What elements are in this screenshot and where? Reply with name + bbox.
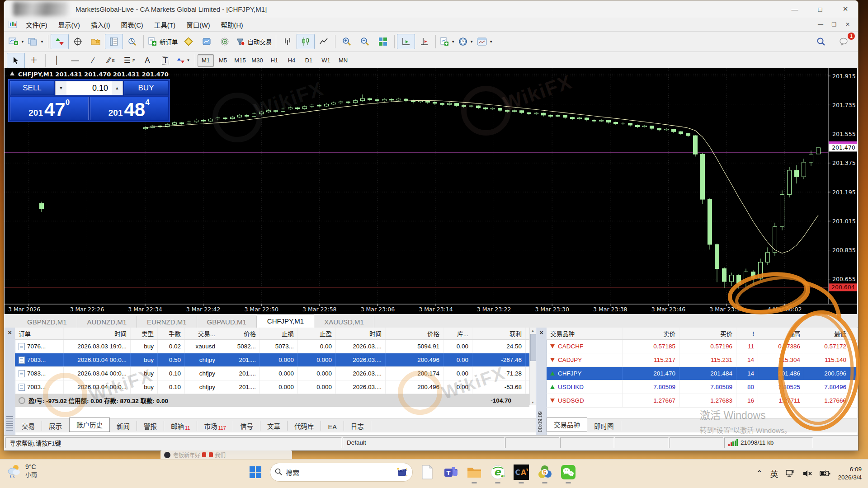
chart-tab-eurnzd[interactable]: EURNZD,M1 — [137, 316, 197, 328]
chart-tab-gbpnzd[interactable]: GBPNZD,M1 — [17, 316, 77, 328]
terminal-tab-文章[interactable]: 文章 — [260, 421, 288, 431]
scroll-up-icon[interactable]: ▲ — [530, 328, 536, 333]
templates-button[interactable]: ▼ — [475, 34, 495, 49]
terminal-column-header[interactable]: 订单 — [15, 328, 64, 339]
taskbar-app-teams[interactable]: T — [442, 463, 460, 481]
table-row[interactable]: 7083...2026.03.04 00:0...buy0.10chfjpy20… — [15, 380, 529, 394]
terminal-column-header[interactable]: 价格 — [386, 328, 443, 339]
scrollbar-thumb[interactable] — [530, 334, 536, 361]
market-watch-tab-tick-chart[interactable]: 即时图 — [587, 421, 621, 431]
bar-chart-button[interactable] — [278, 34, 297, 49]
taskbar-app-metatrader[interactable]: 5 — [536, 463, 554, 481]
terminal-column-header[interactable]: 类型 — [131, 328, 158, 339]
close-button[interactable]: ✕ — [833, 0, 858, 18]
timeframe-m15[interactable]: M15 — [232, 54, 248, 67]
clock-widget[interactable]: 6:09 2026/3/4 — [838, 465, 862, 481]
terminal-tab-日志[interactable]: 日志 — [344, 421, 371, 431]
table-row[interactable]: 7076...2026.03.03 19:0...buy0.02xauusd50… — [15, 340, 529, 353]
buy-price[interactable]: 201 48 4 — [90, 97, 169, 120]
terminal-tab-交易[interactable]: 交易 — [15, 421, 42, 431]
chat-button[interactable]: 1 — [835, 34, 853, 49]
ime-indicator[interactable]: 英 — [770, 468, 778, 479]
zoom-out-button[interactable] — [356, 34, 374, 49]
channel-tool[interactable]: ∕∕E — [102, 53, 120, 68]
terminal-tab-账户历史[interactable]: 账户历史 — [69, 418, 110, 432]
terminal-tab-市场[interactable]: 市场117 — [197, 421, 233, 431]
terminal-tab-信号[interactable]: 信号 — [233, 421, 260, 431]
chart-tab-gbpaud[interactable]: GBPAUD,M1 — [197, 316, 257, 328]
start-button[interactable] — [246, 463, 264, 481]
profiles-button[interactable]: ▼ — [26, 34, 46, 49]
taskbar-app-explorer[interactable] — [465, 463, 483, 481]
auto-scroll-button[interactable] — [397, 34, 415, 49]
periods-button[interactable]: ▼ — [457, 34, 475, 49]
maximize-button[interactable]: □ — [807, 0, 833, 18]
timeframe-d1[interactable]: D1 — [301, 54, 317, 67]
tile-windows-button[interactable] — [374, 34, 392, 49]
trendline-tool[interactable]: ∕ — [84, 53, 102, 68]
market-watch-tab-symbols[interactable]: 交易品种 — [547, 418, 587, 432]
line-chart-button[interactable] — [315, 34, 333, 49]
crosshair-tool[interactable]: ＋ — [25, 53, 43, 68]
indicators-button[interactable]: ▼ — [438, 34, 457, 49]
table-row[interactable]: 7083...2026.03.04 00:0...buy0.10chfjpy20… — [15, 367, 529, 380]
terminal-toggle[interactable] — [105, 34, 123, 49]
terminal-column-header[interactable]: 获利 — [472, 328, 526, 339]
table-row[interactable]: 7083...2026.03.04 00:0...buy0.50chfjpy20… — [15, 353, 529, 367]
timeframe-mn[interactable]: MN — [335, 54, 351, 67]
terminal-column-header[interactable]: 手数 — [158, 328, 185, 339]
arrows-tool[interactable]: ▼ — [175, 53, 193, 68]
weather-widget[interactable]: 9°C 小雨 — [6, 463, 37, 479]
background-window-peek[interactable]: 老板新年好 我们 — [160, 450, 292, 459]
terminal-close-icon[interactable]: ✕ — [6, 329, 13, 336]
autotrading-button[interactable]: 自动交易 — [234, 34, 274, 49]
taskbar-app-wechat[interactable] — [559, 463, 577, 481]
fibonacci-tool[interactable]: ☰F — [120, 53, 138, 68]
cursor-tool[interactable] — [7, 53, 25, 68]
volume-muted-icon[interactable] — [802, 469, 812, 478]
lot-size-input[interactable]: 0.10 — [66, 81, 112, 95]
timeframe-m30[interactable]: M30 — [249, 54, 265, 67]
scroll-down-icon[interactable]: ▼ — [530, 399, 536, 405]
market-watch-column-header[interactable]: 最低 — [804, 328, 850, 339]
market-watch-column-header[interactable]: 最高 — [758, 328, 804, 339]
text-tool[interactable]: A — [138, 53, 156, 68]
timeframe-h4[interactable]: H4 — [283, 54, 300, 67]
symbol-row-cadjpy[interactable]: CADJPY115.217115.23114115.304115.140 — [547, 353, 857, 367]
taskbar-app-notepad[interactable] — [418, 463, 436, 481]
search-button[interactable] — [812, 34, 830, 49]
market-watch-column-header[interactable]: ! — [736, 328, 758, 339]
menu-item-2[interactable]: 显示(V) — [53, 22, 85, 29]
terminal-tab-新闻[interactable]: 新闻 — [110, 421, 137, 431]
timeframe-w1[interactable]: W1 — [318, 54, 334, 67]
terminal-column-header[interactable]: 止损 — [260, 328, 298, 339]
taskbar-app-browser[interactable]: e AI — [489, 463, 507, 481]
sell-button[interactable]: SELL — [10, 81, 54, 95]
lot-decrease-button[interactable]: ▼ — [56, 81, 66, 95]
chart-tab-xauusd[interactable]: XAUUSD,M1 — [314, 316, 374, 328]
navigator-button[interactable] — [87, 34, 105, 49]
metaeditor-button[interactable] — [179, 34, 198, 49]
market-watch-column-header[interactable]: 交易品种 — [547, 328, 623, 339]
status-profile[interactable]: Default — [343, 437, 505, 448]
strategy-tester-button[interactable] — [123, 34, 141, 49]
menu-item-7[interactable]: 帮助(H) — [216, 22, 249, 29]
terminal-column-header[interactable]: 价格 — [219, 328, 260, 339]
chart-tab-chfjpy[interactable]: CHFJPY,M1 — [257, 314, 314, 328]
mdi-restore-button[interactable]: ❏ — [827, 19, 841, 29]
terminal-column-header[interactable]: 止盈 — [298, 328, 336, 339]
menu-item-3[interactable]: 插入(I) — [85, 22, 116, 29]
timeframe-h1[interactable]: H1 — [266, 54, 283, 67]
candlestick-chart-button[interactable] — [297, 34, 315, 49]
taskbar-app-ca-markets[interactable]: C A — [512, 463, 530, 481]
battery-icon[interactable] — [820, 469, 830, 478]
buy-button[interactable]: BUY — [124, 81, 168, 95]
new-chart-button[interactable]: ▼ — [7, 34, 26, 49]
sell-price[interactable]: 201 47 0 — [10, 97, 89, 120]
menu-item-1[interactable]: 文件(F) — [20, 22, 53, 29]
terminal-grip[interactable] — [6, 416, 13, 432]
minimize-button[interactable]: — — [782, 0, 807, 18]
menu-item-4[interactable]: 图表(C) — [116, 22, 149, 29]
terminal-tab-警报[interactable]: 警报 — [137, 421, 164, 431]
vline-tool[interactable]: │ — [48, 53, 66, 68]
